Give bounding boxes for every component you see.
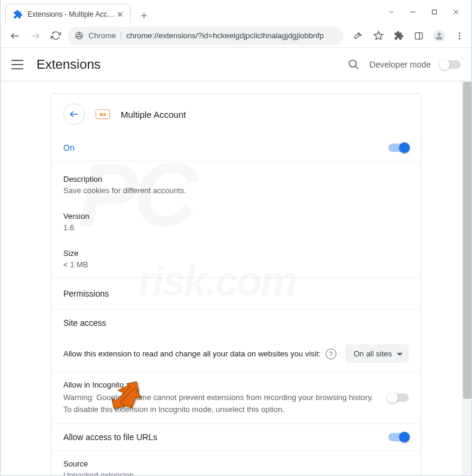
scrollbar[interactable] [462,81,471,475]
developer-mode-toggle[interactable] [440,60,461,69]
side-panel-icon[interactable] [413,30,425,42]
search-icon[interactable] [348,59,360,71]
omnibox-url: chrome://extensions/?id=hckeelgdjpcliclh… [126,31,336,40]
incognito-toggle[interactable] [388,393,409,402]
status-label: On [63,143,75,152]
svg-line-14 [76,36,78,38]
permissions-label: Permissions [63,289,109,298]
incognito-warning: Warning: Google Chrome cannot prevent ex… [63,392,380,415]
address-bar[interactable]: Chrome chrome://extensions/?id=hckeelgdj… [68,27,344,45]
version-value: 1.6 [63,223,409,232]
forward-button[interactable] [27,28,44,44]
extension-detail-card: MA Multiple Account On Description Save … [51,93,421,476]
maximize-icon[interactable] [431,8,438,16]
extensions-page-header: Extensions Developer mode [1,48,471,81]
window-controls [388,0,471,24]
bookmark-star-icon[interactable] [372,30,384,42]
back-arrow-button[interactable] [63,103,85,125]
description-value: Save cookies for different accounts. [63,186,409,195]
chrome-logo-icon [75,31,84,40]
svg-rect-16 [415,32,422,39]
svg-line-13 [80,36,82,38]
version-label: Version [63,212,409,221]
profile-avatar[interactable] [433,30,445,42]
svg-point-20 [459,35,461,36]
svg-point-18 [437,32,440,35]
close-window-icon[interactable] [452,8,459,16]
source-label: Source [63,459,409,468]
size-label: Size [63,249,409,258]
extensions-puzzle-icon[interactable] [393,30,404,42]
menu-icon[interactable] [11,60,23,69]
description-label: Description [63,175,409,184]
share-icon[interactable] [352,30,364,42]
omnibox-prefix: Chrome [88,31,121,40]
svg-point-21 [459,38,461,39]
source-type: Unpacked extension [63,471,409,476]
tab-title: Extensions - Multiple Account [27,10,116,19]
reload-button[interactable] [47,28,64,44]
back-button[interactable] [7,28,23,44]
svg-marker-15 [374,31,382,39]
scrollbar-thumb[interactable] [463,82,471,399]
kebab-menu-icon[interactable] [453,30,465,42]
extension-enabled-toggle[interactable] [388,144,409,152]
site-access-dropdown[interactable]: On all sites [345,344,409,363]
file-urls-label: Allow access to file URLs [63,432,157,442]
browser-tab[interactable]: Extensions - Multiple Account [5,4,131,24]
developer-mode-label: Developer mode [369,60,431,69]
help-icon[interactable]: ? [326,349,336,359]
extension-icon: MA [96,109,110,119]
svg-line-23 [355,66,358,69]
site-access-label: Site access [63,318,106,328]
svg-point-11 [78,34,80,36]
window-titlebar: Extensions - Multiple Account [1,0,471,24]
extension-name: Multiple Account [121,109,186,120]
site-access-text: Allow this extension to read and change … [63,349,321,358]
browser-toolbar: Chrome chrome://extensions/?id=hckeelgdj… [1,24,471,48]
new-tab-button[interactable] [136,7,152,24]
incognito-label: Allow in Incognito [63,380,380,389]
size-value: < 1 MB [63,260,409,269]
svg-point-19 [459,32,461,34]
page-title: Extensions [36,57,101,72]
svg-point-22 [350,60,357,67]
toolbar-right-icons [347,30,465,42]
close-tab-icon[interactable] [116,10,124,19]
file-urls-toggle[interactable] [388,433,409,441]
svg-rect-5 [433,10,437,14]
extension-puzzle-icon [13,10,23,19]
minimize-icon[interactable] [409,8,416,16]
chevron-down-icon[interactable] [388,8,395,16]
